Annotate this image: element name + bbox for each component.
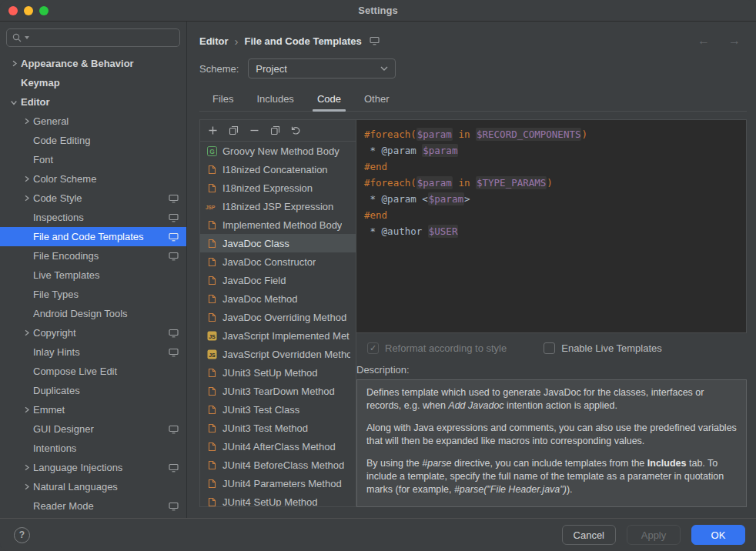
template-tabs: FilesIncludesCodeOther	[199, 89, 747, 112]
template-item-javadoc-method[interactable]: JavaDoc Method	[200, 289, 356, 308]
checkbox-unchecked-icon	[544, 342, 555, 354]
breadcrumb-editor[interactable]: Editor	[199, 35, 229, 47]
back-icon[interactable]: ←	[691, 34, 716, 48]
template-item-javadoc-class[interactable]: JavaDoc Class	[200, 234, 356, 252]
sidebar-item-inlay-hints[interactable]: Inlay Hints	[0, 342, 186, 362]
description-paragraph: Predefined variables take the following …	[366, 506, 737, 507]
chevron-right-icon[interactable]	[20, 481, 33, 493]
sidebar-item-gui-designer[interactable]: GUI Designer	[0, 419, 186, 439]
create-child-template-button[interactable]	[225, 122, 242, 139]
sidebar-item-file-and-code-templates[interactable]: File and Code Templates	[0, 227, 186, 246]
monitor-icon	[169, 252, 179, 261]
tab-includes[interactable]: Includes	[245, 89, 305, 111]
chevron-right-icon[interactable]	[20, 173, 33, 185]
duplicate-template-button[interactable]	[266, 122, 283, 139]
sidebar-item-code-editing[interactable]: Code Editing	[0, 131, 186, 150]
add-template-button[interactable]	[204, 122, 221, 139]
template-item-i18nized-concatenation[interactable]: I18nized Concatenation	[200, 160, 356, 179]
sidebar-item-inspections[interactable]: Inspections	[0, 208, 186, 227]
forward-icon[interactable]: →	[722, 34, 747, 48]
template-item-groovy-new-method-body[interactable]: GGroovy New Method Body	[200, 142, 356, 160]
template-file-icon	[206, 183, 218, 193]
search-input[interactable]	[6, 28, 180, 47]
sidebar-item-color-scheme[interactable]: Color Scheme	[0, 169, 186, 189]
chevron-right-icon[interactable]	[8, 58, 21, 70]
description-paragraph: Along with Java expressions and comments…	[366, 422, 737, 448]
tab-other[interactable]: Other	[353, 89, 401, 111]
template-item-junit3-setup-method[interactable]: JUnit3 SetUp Method	[200, 363, 356, 382]
template-item-junit3-test-class[interactable]: JUnit3 Test Class	[200, 400, 356, 419]
chevron-right-icon[interactable]	[20, 327, 33, 339]
sidebar-item-android-design-tools[interactable]: Android Design Tools	[0, 304, 186, 323]
template-item-i18nized-jsp-expression[interactable]: JSPI18nized JSP Expression	[200, 197, 356, 215]
template-file-icon	[206, 312, 218, 322]
close-window-button[interactable]	[8, 6, 18, 15]
sidebar-item-compose-live-edit[interactable]: Compose Live Edit	[0, 362, 186, 381]
template-item-implemented-method-body[interactable]: Implemented Method Body	[200, 215, 356, 234]
tab-code[interactable]: Code	[306, 89, 353, 111]
chevron-spacer	[20, 308, 33, 320]
chevron-right-icon[interactable]	[20, 462, 33, 474]
sidebar-item-natural-languages[interactable]: Natural Languages	[0, 477, 186, 496]
sidebar-item-editor[interactable]: Editor	[0, 92, 186, 112]
template-item-javascript-implemented-met[interactable]: JSJavaScript Implemented Met	[200, 326, 356, 345]
reset-template-button[interactable]	[287, 122, 304, 139]
sidebar-item-language-injections[interactable]: Language Injections	[0, 458, 186, 477]
breadcrumb: Editor › File and Code Templates ← →	[199, 31, 747, 51]
cancel-button[interactable]: Cancel	[562, 525, 616, 545]
sidebar-item-label: Copyright	[33, 327, 169, 339]
sidebar-item-reader-mode[interactable]: Reader Mode	[0, 496, 186, 516]
sidebar-item-font[interactable]: Font	[0, 150, 186, 169]
chevron-right-icon[interactable]	[20, 115, 33, 128]
sidebar-item-code-style[interactable]: Code Style	[0, 189, 186, 208]
help-button[interactable]: ?	[14, 527, 30, 543]
enable-live-templates-checkbox[interactable]: Enable Live Templates	[544, 342, 662, 354]
chevron-spacer	[20, 423, 33, 436]
template-item-javascript-overridden-metho[interactable]: JSJavaScript Overridden Metho	[200, 345, 356, 363]
template-item-label: I18nized JSP Expression	[222, 201, 333, 212]
tab-files[interactable]: Files	[201, 89, 245, 111]
sidebar-item-label: Color Scheme	[33, 173, 186, 185]
chevron-down-icon[interactable]	[8, 95, 21, 109]
ok-button[interactable]: OK	[691, 525, 745, 545]
description-box[interactable]: Defines template which used to generate …	[356, 379, 747, 507]
template-item-junit4-setup-method[interactable]: JUnit4 SetUp Method	[200, 493, 356, 506]
sidebar-item-appearance-behavior[interactable]: Appearance & Behavior	[0, 54, 186, 73]
sidebar-item-label: Code Editing	[33, 135, 186, 146]
template-item-junit4-parameters-method[interactable]: JUnit4 Parameters Method	[200, 474, 356, 493]
apply-button[interactable]: Apply	[627, 525, 681, 545]
template-item-javadoc-field[interactable]: JavaDoc Field	[200, 271, 356, 289]
sidebar-item-general[interactable]: General	[0, 112, 186, 131]
sidebar-item-copyright[interactable]: Copyright	[0, 323, 186, 342]
template-item-javadoc-overriding-method[interactable]: JavaDoc Overriding Method	[200, 308, 356, 326]
chevron-right-icon[interactable]	[20, 404, 33, 416]
template-item-javadoc-constructor[interactable]: JavaDoc Constructor	[200, 252, 356, 271]
description-paragraph: By using the #parse directive, you can i…	[366, 457, 737, 496]
sidebar-item-intentions[interactable]: Intentions	[0, 439, 186, 458]
template-item-junit4-afterclass-method[interactable]: JUnit4 AfterClass Method	[200, 437, 356, 456]
sidebar-item-label: General	[33, 115, 186, 127]
template-file-icon	[206, 423, 218, 433]
reformat-checkbox[interactable]: ✓ Reformat according to style	[367, 342, 507, 354]
sidebar-item-emmet[interactable]: Emmet	[0, 400, 186, 419]
remove-template-button[interactable]	[246, 122, 263, 139]
chevron-right-icon[interactable]	[20, 192, 33, 205]
template-item-junit4-beforeclass-method[interactable]: JUnit4 BeforeClass Method	[200, 456, 356, 474]
sidebar-item-duplicates[interactable]: Duplicates	[0, 381, 186, 400]
scheme-select[interactable]: Project	[248, 58, 396, 78]
template-item-junit3-test-method[interactable]: JUnit3 Test Method	[200, 419, 356, 437]
sidebar-item-file-types[interactable]: File Types	[0, 285, 186, 304]
sidebar-item-label: Intentions	[33, 442, 186, 454]
svg-text:JS: JS	[209, 333, 216, 339]
zoom-window-button[interactable]	[39, 6, 49, 15]
sidebar-item-file-encodings[interactable]: File Encodings	[0, 246, 186, 265]
template-item-junit3-teardown-method[interactable]: JUnit3 TearDown Method	[200, 382, 356, 400]
template-item-i18nized-expression[interactable]: I18nized Expression	[200, 179, 356, 197]
sidebar-item-keymap[interactable]: Keymap	[0, 73, 186, 92]
template-item-label: JUnit3 Test Class	[222, 404, 299, 416]
template-editor[interactable]: #foreach($param in $RECORD_COMPONENTS) *…	[356, 119, 747, 333]
code-line: * @param $param	[364, 142, 738, 159]
sidebar-item-live-templates[interactable]: Live Templates	[0, 265, 186, 285]
minimize-window-button[interactable]	[24, 6, 33, 15]
template-item-label: JavaScript Overridden Metho	[222, 349, 350, 360]
